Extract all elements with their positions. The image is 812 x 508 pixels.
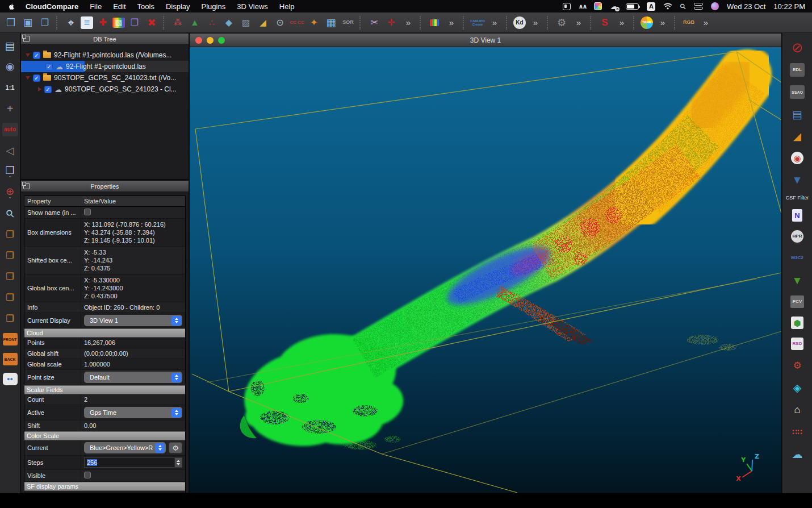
color-scale-dropdown[interactable]: Blue>Green>Yellow>R bbox=[84, 442, 166, 453]
open-icon[interactable]: ❒ bbox=[3, 15, 18, 30]
compass-icon[interactable]: ◉ bbox=[791, 152, 803, 164]
sor-filter-icon[interactable]: SOR bbox=[341, 15, 355, 30]
input-source-icon[interactable]: A bbox=[647, 2, 655, 11]
current-display-dropdown[interactable]: 3D View 1 bbox=[84, 315, 182, 326]
canupo-icon[interactable]: CANUPO Create bbox=[470, 15, 485, 30]
control-center-icon[interactable] bbox=[694, 3, 703, 10]
delete-icon[interactable]: ✖ bbox=[144, 15, 159, 30]
console-icon[interactable]: ≡ bbox=[81, 16, 93, 29]
undock-icon[interactable] bbox=[23, 36, 30, 42]
battery-icon[interactable] bbox=[626, 3, 639, 10]
ssao-shader-icon[interactable]: SSAO bbox=[790, 85, 805, 99]
zoom-lens-icon[interactable]: ⚲ bbox=[0, 203, 20, 224]
pcv-icon[interactable]: PCV bbox=[790, 295, 804, 308]
menu-plugins[interactable]: Plugins bbox=[196, 0, 232, 13]
viewport-3d[interactable]: X Y Z bbox=[190, 47, 781, 493]
colorize-rainbow-icon[interactable]: ▧ bbox=[112, 18, 125, 28]
overflow-chevron[interactable]: » bbox=[444, 15, 459, 30]
back-view-icon[interactable]: BACK bbox=[3, 353, 18, 365]
shield-green-icon[interactable]: ▼ bbox=[789, 273, 806, 287]
normals-cone-icon[interactable]: ▲ bbox=[187, 15, 202, 30]
bell-icon[interactable]: ✦ bbox=[307, 15, 321, 30]
overflow-chevron[interactable]: » bbox=[614, 15, 629, 30]
clean-broom-icon[interactable]: ◢ bbox=[789, 130, 806, 143]
bottom-view-icon[interactable]: ❒ bbox=[2, 291, 18, 305]
translate-rotate-icon[interactable]: ✛ bbox=[384, 15, 399, 30]
structure-icon[interactable]: ⌂ bbox=[789, 403, 806, 417]
tree-checkbox[interactable] bbox=[33, 74, 40, 82]
overflow-chevron[interactable]: » bbox=[487, 15, 502, 30]
point-size-dropdown[interactable]: Default bbox=[84, 372, 182, 383]
ransac-icon[interactable]: RSD bbox=[791, 338, 803, 350]
s-curve-icon[interactable]: S bbox=[597, 15, 612, 30]
scissors-segment-icon[interactable]: ✂ bbox=[367, 15, 382, 30]
stereo-mode-icon[interactable]: ●● bbox=[3, 373, 18, 385]
right-view-icon[interactable]: ❒ bbox=[2, 270, 18, 284]
tree-checkbox[interactable] bbox=[33, 52, 40, 59]
app-name[interactable]: CloudCompare bbox=[20, 0, 84, 13]
animation-icon[interactable]: ▤ bbox=[789, 107, 806, 121]
menu-date[interactable]: Wed 23 Oct bbox=[727, 2, 765, 11]
facet-icon[interactable]: ⬢ bbox=[791, 317, 803, 329]
apple-menu-icon[interactable] bbox=[8, 3, 15, 10]
overflow-chevron[interactable]: » bbox=[571, 15, 586, 30]
tree-item-1[interactable]: ☁92-Flight #1-pointcloud.las bbox=[21, 61, 189, 72]
steps-spinbox[interactable]: 256 bbox=[84, 457, 182, 468]
spotlight-search-icon[interactable]: ⚲ bbox=[678, 1, 688, 11]
spinner-arrows-icon[interactable] bbox=[174, 458, 182, 467]
save-multiple-icon[interactable]: ❐ bbox=[37, 15, 52, 30]
register-icon[interactable]: ⁂ bbox=[170, 15, 185, 30]
menu-tools[interactable]: Tools bbox=[132, 0, 160, 13]
stage-manager-icon[interactable] bbox=[563, 3, 571, 10]
wifi-icon[interactable] bbox=[663, 3, 672, 10]
siri-icon[interactable] bbox=[711, 2, 719, 10]
tree-item-label[interactable]: 90STOPE_GCPS_SC_241023 - Cl... bbox=[65, 85, 177, 93]
color-scale-gear-button[interactable]: ⚙ bbox=[169, 442, 182, 453]
front-view-icon[interactable]: FRONT bbox=[3, 333, 18, 345]
tree-checkbox[interactable] bbox=[45, 63, 53, 70]
photos-icon[interactable] bbox=[594, 2, 602, 10]
dots-grid-icon[interactable]: ∷∷ bbox=[789, 425, 806, 439]
menu-time[interactable]: 10:22 PM bbox=[773, 2, 805, 11]
layers-icon[interactable]: ◈ bbox=[789, 381, 806, 394]
screenshot-camera-icon[interactable]: ◉ bbox=[2, 60, 18, 73]
cloud-sync-icon[interactable]: ☁✕ bbox=[610, 2, 618, 11]
display-options-icon[interactable]: ▤ bbox=[2, 39, 18, 52]
zoom-1-1-icon[interactable]: 1:1 bbox=[2, 81, 18, 94]
active-sf-dropdown[interactable]: Gps Time bbox=[84, 407, 182, 418]
tree-expander-icon[interactable] bbox=[26, 76, 30, 80]
fit-primitive-icon[interactable]: ⊙ bbox=[273, 15, 287, 30]
overflow-chevron[interactable]: » bbox=[528, 15, 543, 30]
db-tree-header[interactable]: DB Tree bbox=[21, 34, 189, 45]
cloud-cloud-distance-icon[interactable]: CC CC bbox=[290, 15, 304, 30]
left-view-icon[interactable]: ❒ bbox=[2, 249, 18, 263]
tree-expander-icon[interactable] bbox=[38, 87, 41, 91]
gears-icon[interactable]: ⚙ bbox=[554, 15, 569, 30]
tree-item-label[interactable]: 92-Flight #1-pointcloud.las (/Volumes... bbox=[54, 51, 171, 59]
view3d-titlebar[interactable]: 3D View 1 bbox=[190, 34, 781, 47]
tree-checkbox[interactable] bbox=[44, 86, 52, 93]
visible-checkbox[interactable] bbox=[84, 472, 91, 478]
top-view-icon[interactable]: ❒ bbox=[2, 228, 18, 241]
overflow-chevron[interactable]: » bbox=[698, 15, 713, 30]
tree-item-0[interactable]: 92-Flight #1-pointcloud.las (/Volumes... bbox=[21, 49, 189, 61]
mesh-icon[interactable]: ◆ bbox=[221, 15, 236, 30]
point-list-picking-icon[interactable]: ✚ bbox=[95, 15, 110, 30]
menu-display[interactable]: Display bbox=[160, 0, 196, 13]
tree-item-3[interactable]: ☁90STOPE_GCPS_SC_241023 - Cl... bbox=[21, 84, 189, 95]
overflow-chevron[interactable]: » bbox=[401, 15, 416, 30]
m3c2-icon[interactable]: M3C2 bbox=[789, 251, 806, 265]
save-icon[interactable]: ▣ bbox=[20, 15, 35, 30]
tree-item-label[interactable]: 90STOPE_GCPS_SC_241023.txt (/Vo... bbox=[54, 74, 176, 82]
tree-item-2[interactable]: 90STOPE_GCPS_SC_241023.txt (/Vo... bbox=[21, 72, 189, 84]
normals-n-icon[interactable]: N bbox=[792, 209, 802, 222]
train-3dmasc-icon[interactable]: TRAIN bbox=[641, 16, 653, 29]
menu-help[interactable]: Help bbox=[274, 0, 300, 13]
hpr-icon[interactable]: HPR bbox=[791, 230, 803, 243]
show-name-checkbox[interactable] bbox=[84, 209, 91, 215]
pick-point-icon[interactable]: ⌖ bbox=[64, 15, 78, 30]
rgb-colors-icon[interactable]: RGB bbox=[681, 15, 696, 30]
rotate-view-icon[interactable]: ⊕⌄ bbox=[2, 186, 18, 199]
auto-pivot-icon[interactable]: auto bbox=[2, 123, 18, 136]
properties-header[interactable]: Properties bbox=[21, 181, 189, 192]
